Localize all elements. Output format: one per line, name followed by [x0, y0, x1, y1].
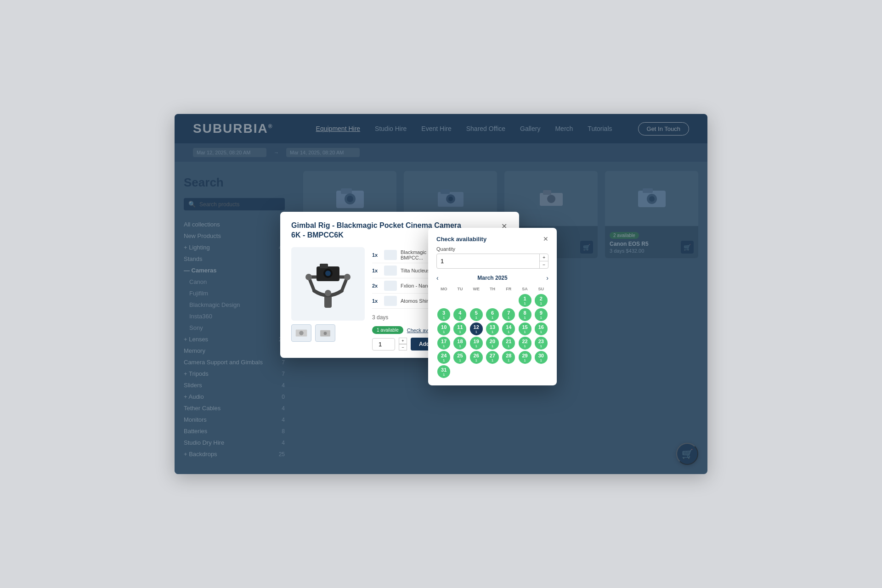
calendar-month: March 2025 [477, 275, 507, 281]
calendar-day-wrapper: 11 [517, 294, 532, 307]
calendar-day-wrapper: 201 [485, 337, 500, 350]
product-thumb-2[interactable] [315, 324, 335, 342]
calendar-day-wrapper: 271 [485, 351, 500, 364]
calendar-day[interactable]: 11 [519, 294, 531, 307]
calendar-day-wrapper: 301 [534, 351, 548, 364]
svg-point-32 [324, 332, 327, 335]
calendar-day[interactable]: 21 [535, 294, 548, 307]
calendar-day[interactable]: 111 [453, 322, 466, 335]
calendar-day[interactable]: 271 [486, 351, 499, 364]
calendar-day-wrapper: 291 [517, 351, 532, 364]
calendar-day[interactable]: 301 [535, 351, 548, 364]
avail-qty-decrease-button[interactable]: − [540, 261, 548, 268]
calendar-dow: MO [436, 285, 451, 293]
calendar-day[interactable]: 71 [502, 308, 515, 321]
product-thumb-1[interactable] [291, 324, 311, 342]
browser-window: SUBURBIA® Equipment Hire Studio Hire Eve… [175, 114, 707, 474]
calendar-day-wrapper: 151 [517, 322, 532, 335]
calendar-day[interactable]: 101 [437, 322, 450, 335]
qty-stepper: + − [399, 338, 407, 351]
calendar-day[interactable]: 131 [486, 322, 499, 335]
calendar-day-wrapper: 111 [452, 322, 467, 335]
calendar-day-wrapper: 171 [436, 337, 451, 350]
avail-modal-close-button[interactable]: ✕ [543, 235, 548, 243]
svg-point-27 [344, 274, 351, 280]
calendar-day[interactable]: 251 [453, 351, 466, 364]
calendar-dow: SA [517, 285, 532, 293]
calendar-day-wrapper: 141 [501, 322, 516, 335]
svg-point-26 [305, 274, 312, 280]
availability-badge: 1 available [372, 326, 403, 334]
calendar-day[interactable]: 141 [502, 322, 515, 335]
calendar-day-wrapper: 81 [517, 308, 532, 321]
calendar-day-wrapper: 191 [469, 337, 484, 350]
main-content: Search 🔍 All collections New Products 9 … [175, 162, 707, 474]
quantity-input[interactable] [372, 338, 395, 351]
calendar-day-wrapper: 211 [501, 337, 516, 350]
calendar-day[interactable]: 201 [486, 337, 499, 350]
kit-item-img-1 [384, 266, 397, 276]
avail-qty-input[interactable] [437, 255, 539, 267]
qty-increase-button[interactable]: + [399, 338, 407, 344]
qty-decrease-button[interactable]: − [399, 344, 407, 351]
avail-qty-stepper: + − [539, 254, 548, 268]
avail-qty-increase-button[interactable]: + [540, 254, 548, 261]
calendar-day[interactable]: 191 [470, 337, 483, 350]
calendar-dow: TU [452, 285, 467, 293]
calendar-day-wrapper: 91 [534, 308, 548, 321]
calendar-day[interactable]: 281 [502, 351, 515, 364]
calendar-day-wrapper: 21 [534, 294, 548, 307]
calendar-day[interactable]: 291 [519, 351, 531, 364]
product-modal-thumbs [291, 324, 365, 342]
calendar-day[interactable]: 51 [470, 308, 483, 321]
calendar-prev-button[interactable]: ‹ [436, 274, 439, 282]
calendar-day[interactable]: 161 [535, 322, 548, 335]
calendar-day-wrapper: 251 [452, 351, 467, 364]
calendar-day[interactable]: 31 [437, 308, 450, 321]
calendar-day[interactable]: 181 [453, 337, 466, 350]
calendar-day[interactable]: 261 [470, 351, 483, 364]
calendar-day[interactable]: 311 [437, 365, 450, 378]
calendar-day[interactable]: 41 [453, 308, 466, 321]
kit-item-img-0 [384, 250, 397, 260]
avail-modal-title: Check availability [436, 235, 486, 242]
kit-item-img-3 [384, 296, 397, 306]
calendar-day-wrapper: 61 [485, 308, 500, 321]
svg-point-30 [299, 331, 304, 336]
calendar-day[interactable]: 81 [519, 308, 531, 321]
calendar-day-wrapper: 41 [452, 308, 467, 321]
calendar-day[interactable]: 121 [470, 322, 483, 335]
calendar-day-wrapper: 241 [436, 351, 451, 364]
product-modal-image-section [291, 247, 365, 351]
calendar-day-wrapper: 121 [469, 322, 484, 335]
calendar-day[interactable]: 151 [519, 322, 531, 335]
svg-point-25 [325, 271, 331, 276]
availability-modal: Check availability ✕ Quantity + − ‹ Marc… [428, 228, 557, 385]
calendar-grid: MOTUWETHFRSASU11213141516171819110111112… [436, 285, 548, 378]
calendar-day[interactable]: 61 [486, 308, 499, 321]
calendar-day[interactable]: 91 [535, 308, 548, 321]
calendar-day[interactable]: 211 [502, 337, 515, 350]
calendar-day-wrapper: 161 [534, 322, 548, 335]
avail-qty-input-row: + − [436, 254, 548, 269]
calendar-next-button[interactable]: › [546, 274, 548, 282]
calendar-day-wrapper: 101 [436, 322, 451, 335]
calendar-day-wrapper: 71 [501, 308, 516, 321]
calendar-day-wrapper: 231 [534, 337, 548, 350]
calendar-nav: ‹ March 2025 › [436, 274, 548, 282]
calendar-day-wrapper: 31 [436, 308, 451, 321]
calendar-day[interactable]: 221 [519, 337, 531, 350]
modal-overlay: Gimbal Rig - Blackmagic Pocket Cinema Ca… [175, 114, 707, 474]
calendar-day[interactable]: 171 [437, 337, 450, 350]
modal-days: 3 days [372, 314, 388, 321]
calendar-day[interactable]: 231 [535, 337, 548, 350]
product-modal-image [291, 247, 365, 321]
calendar-day-wrapper: 281 [501, 351, 516, 364]
avail-qty-label: Quantity [436, 246, 548, 252]
svg-point-28 [325, 290, 331, 296]
calendar-dow: TH [485, 285, 500, 293]
calendar-day-wrapper: 311 [436, 365, 451, 378]
calendar-dow: SU [534, 285, 548, 293]
calendar-day[interactable]: 241 [437, 351, 450, 364]
avail-modal-header: Check availability ✕ [436, 235, 548, 243]
